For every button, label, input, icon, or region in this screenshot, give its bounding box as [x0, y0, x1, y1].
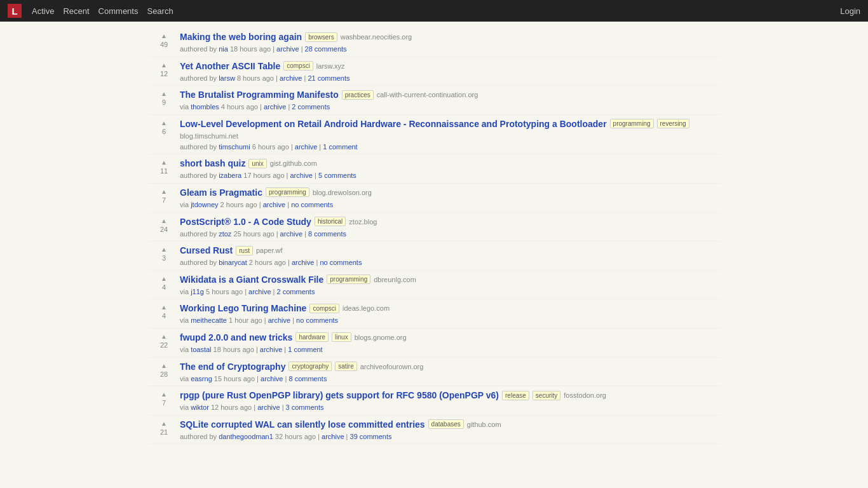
story-title[interactable]: Yet Another ASCII Table: [180, 61, 280, 71]
story-author[interactable]: izabera: [219, 172, 241, 179]
story-comments[interactable]: 8 comments: [288, 375, 327, 383]
story-tag[interactable]: hardware: [295, 332, 329, 342]
upvote-button[interactable]: ▲: [161, 334, 167, 340]
upvote-button[interactable]: ▲: [161, 159, 167, 166]
story-archive[interactable]: archive: [257, 403, 280, 411]
story-archive[interactable]: archive: [276, 45, 299, 53]
story-archive[interactable]: archive: [290, 172, 313, 179]
story-title[interactable]: SQLite corrupted WAL can silently lose c…: [180, 419, 425, 430]
story-title[interactable]: Cursed Rust: [180, 245, 233, 255]
story-author[interactable]: binarycat: [219, 259, 247, 266]
story-comments[interactable]: 1 comment: [323, 143, 357, 151]
story-title[interactable]: The Brutalist Programming Manifesto: [180, 90, 339, 100]
story-tag[interactable]: linux: [332, 332, 351, 342]
login-button[interactable]: Login: [840, 6, 860, 16]
story-comments[interactable]: 5 comments: [318, 172, 356, 179]
story-archive[interactable]: archive: [268, 316, 290, 324]
vote-count: 28: [160, 370, 168, 378]
story-archive[interactable]: archive: [264, 103, 286, 111]
story-title[interactable]: short bash quiz: [180, 158, 245, 168]
story-author[interactable]: nia: [219, 45, 228, 53]
story-tag[interactable]: browsers: [305, 32, 337, 42]
story-author[interactable]: timschumi: [219, 143, 250, 151]
upvote-button[interactable]: ▲: [161, 62, 167, 69]
story-title[interactable]: Low-Level Development on Retail Android …: [180, 119, 607, 129]
story-tag[interactable]: compsci: [283, 61, 313, 71]
story-archive[interactable]: archive: [322, 433, 344, 440]
story-title[interactable]: PostScript® 1.0 - A Code Study: [180, 217, 311, 227]
story-author[interactable]: easrng: [191, 375, 212, 383]
story-archive[interactable]: archive: [295, 143, 317, 151]
upvote-button[interactable]: ▲: [161, 304, 167, 311]
story-comments[interactable]: no comments: [320, 259, 362, 266]
story-tag[interactable]: historical: [315, 217, 346, 226]
story-author[interactable]: toastal: [191, 346, 211, 353]
story-comments[interactable]: 8 comments: [308, 230, 346, 238]
story-author[interactable]: j11g: [191, 288, 204, 295]
story-author[interactable]: wiktor: [191, 403, 209, 411]
story-tag[interactable]: databases: [428, 419, 464, 429]
upvote-button[interactable]: ▲: [161, 363, 167, 369]
story-title[interactable]: rpgp (pure Rust OpenPGP library) gets su…: [180, 390, 499, 400]
story-tag[interactable]: programming: [610, 119, 654, 128]
upvote-button[interactable]: ▲: [161, 33, 167, 39]
vote-count: 21: [160, 428, 168, 436]
story-author[interactable]: thombles: [191, 103, 219, 111]
story-title[interactable]: Wikidata is a Giant Crosswalk File: [180, 274, 323, 285]
story-tag[interactable]: rust: [236, 246, 253, 255]
story-tag[interactable]: practices: [342, 90, 374, 100]
story-archive[interactable]: archive: [280, 74, 302, 82]
upvote-button[interactable]: ▲: [161, 189, 167, 195]
upvote-button[interactable]: ▲: [161, 91, 167, 97]
story-comments[interactable]: 3 comments: [286, 403, 324, 411]
story-comments[interactable]: 39 comments: [350, 433, 392, 440]
nav-recent[interactable]: Recent: [63, 6, 89, 16]
story-title[interactable]: The end of Cryptography: [180, 362, 285, 372]
story-archive[interactable]: archive: [263, 201, 285, 208]
site-logo[interactable]: L: [8, 4, 22, 18]
upvote-button[interactable]: ▲: [161, 421, 167, 427]
story-tag[interactable]: programming: [327, 274, 370, 284]
upvote-button[interactable]: ▲: [161, 120, 167, 126]
story-author[interactable]: ztoz: [219, 230, 231, 238]
nav-active[interactable]: Active: [32, 6, 54, 16]
upvote-button[interactable]: ▲: [161, 276, 167, 282]
story-author[interactable]: larsw: [219, 74, 235, 82]
story-row: ▲24PostScript® 1.0 - A Code Studyhistori…: [148, 213, 720, 242]
story-comments[interactable]: 2 comments: [277, 288, 315, 295]
story-comments[interactable]: 21 comments: [308, 74, 349, 82]
story-comments[interactable]: 1 comment: [288, 346, 322, 353]
story-author[interactable]: jtdowney: [191, 201, 218, 208]
story-archive[interactable]: archive: [248, 288, 271, 295]
upvote-button[interactable]: ▲: [161, 218, 167, 224]
story-author[interactable]: meithecatte: [191, 316, 227, 324]
story-comments[interactable]: 2 comments: [292, 103, 330, 111]
story-tag[interactable]: unix: [248, 159, 266, 168]
story-tag[interactable]: security: [532, 391, 560, 400]
vote-column: ▲3: [148, 245, 180, 262]
story-comments[interactable]: 28 comments: [305, 45, 347, 53]
story-archive[interactable]: archive: [260, 346, 282, 353]
story-comments[interactable]: no comments: [291, 201, 333, 208]
nav-search[interactable]: Search: [147, 6, 173, 16]
story-title[interactable]: fwupd 2.0.0 and new tricks: [180, 332, 292, 342]
story-title[interactable]: Gleam is Pragmatic: [180, 187, 262, 198]
story-comments[interactable]: no comments: [296, 316, 338, 324]
story-tag[interactable]: programming: [266, 187, 309, 197]
story-meta: via jtdowney 2 hours ago | archive | no …: [180, 200, 720, 211]
story-tag[interactable]: release: [502, 391, 529, 400]
story-tag[interactable]: reversing: [657, 119, 689, 128]
upvote-button[interactable]: ▲: [161, 247, 167, 253]
upvote-button[interactable]: ▲: [161, 391, 167, 398]
story-archive[interactable]: archive: [292, 259, 314, 266]
story-title[interactable]: Making the web boring again: [180, 32, 302, 42]
story-row: ▲4Wikidata is a Giant Crosswalk Fileprog…: [148, 271, 720, 300]
story-archive[interactable]: archive: [280, 230, 302, 238]
story-title[interactable]: Working Lego Turing Machine: [180, 303, 306, 313]
story-tag[interactable]: compsci: [309, 304, 339, 313]
nav-comments[interactable]: Comments: [98, 6, 139, 16]
story-tag[interactable]: satire: [335, 362, 356, 371]
story-author[interactable]: danthegoodman1: [219, 433, 273, 440]
story-archive[interactable]: archive: [261, 375, 283, 383]
story-tag[interactable]: cryptography: [288, 362, 332, 371]
